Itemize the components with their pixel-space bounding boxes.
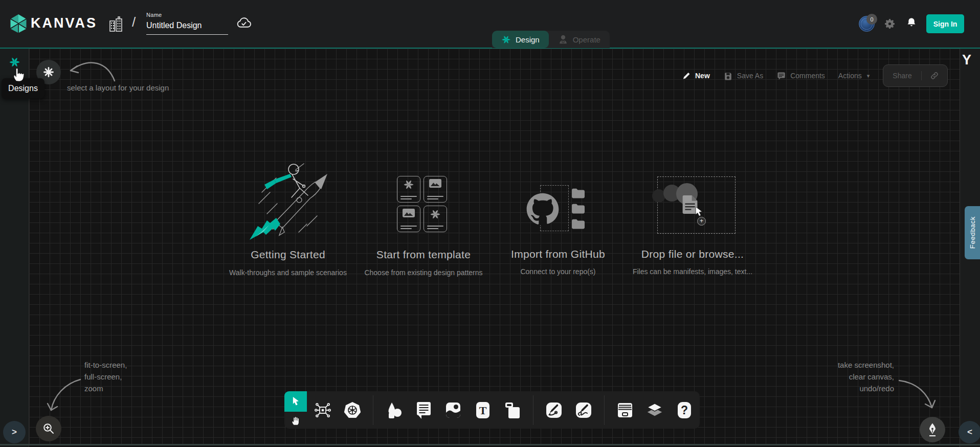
shapes-tool[interactable] xyxy=(385,399,403,421)
kubernetes-tool[interactable] xyxy=(343,399,362,421)
template-cards-illustration[interactable] xyxy=(397,176,448,232)
comment-icon xyxy=(776,71,786,81)
template-card xyxy=(424,206,447,232)
pen-nib-icon xyxy=(926,422,939,437)
pen-tool-icon xyxy=(545,400,563,420)
tab-operate-label: Operate xyxy=(573,35,600,44)
toolbar-divider xyxy=(533,395,533,425)
panel-collapse-button[interactable]: < xyxy=(959,421,980,443)
comment-bubble-icon xyxy=(414,400,433,420)
design-name-label: Name xyxy=(146,12,228,18)
github-mark-icon xyxy=(526,192,560,226)
drop-file-subtitle: Files can be manifests, images, text... xyxy=(600,267,785,276)
svg-text:T: T xyxy=(479,404,486,417)
screenshot-arrow xyxy=(894,375,941,413)
actions-dropdown[interactable]: Actions ▾ xyxy=(838,72,870,80)
folder-icon xyxy=(570,203,585,214)
component-tool[interactable] xyxy=(314,399,332,421)
left-sidebar xyxy=(0,48,29,447)
layout-asterisk-icon xyxy=(42,66,55,78)
notifications-bell-icon[interactable] xyxy=(906,17,917,31)
zoom-in-magnifier-icon xyxy=(42,422,55,435)
folder-icon xyxy=(570,187,585,199)
media-tool[interactable] xyxy=(444,399,462,421)
select-cursor-icon xyxy=(290,395,301,408)
zoom-hint-text: fit-to-screen, full-screen, zoom xyxy=(84,359,127,394)
svg-text:?: ? xyxy=(680,404,687,417)
mode-tabs: Design Operate xyxy=(492,31,610,48)
zoom-controls-button[interactable] xyxy=(36,416,61,441)
save-as-button[interactable]: Save As xyxy=(723,71,763,81)
chevron-right-icon: > xyxy=(12,427,17,437)
select-tool[interactable] xyxy=(284,391,307,412)
text-tool[interactable]: T xyxy=(474,399,492,421)
component-icon xyxy=(314,401,332,419)
canvas-tools-dock: T xyxy=(284,391,700,429)
astronaut-icon xyxy=(558,34,568,44)
screenshot-tools-button[interactable] xyxy=(920,417,945,442)
tab-design[interactable]: Design xyxy=(492,31,549,48)
template-card xyxy=(397,176,420,203)
layout-hint-text: select a layout for your design xyxy=(67,82,169,94)
comments-button[interactable]: Comments xyxy=(776,71,825,81)
new-button[interactable]: New xyxy=(682,71,710,80)
canvas-top-border xyxy=(0,48,980,49)
screenshot-hint-text: take screenshot, clear canvas, undo/redo xyxy=(787,359,894,394)
help-tool[interactable]: ? xyxy=(675,399,694,421)
chevron-left-icon: < xyxy=(967,427,972,437)
pencil-doodle-icon xyxy=(574,400,593,420)
template-card xyxy=(424,176,447,203)
drop-cursor-icon xyxy=(693,206,704,218)
help-icon: ? xyxy=(675,400,694,420)
rocket-illustration[interactable] xyxy=(247,161,338,243)
layers-tool[interactable] xyxy=(645,399,664,421)
pencil-new-icon xyxy=(682,71,691,80)
settings-gear-icon[interactable] xyxy=(884,18,896,32)
drawer-icon xyxy=(616,400,634,420)
pen-tool[interactable] xyxy=(545,399,563,421)
floppy-save-icon xyxy=(723,71,733,81)
design-name-group: Name xyxy=(146,12,228,35)
layers-icon xyxy=(645,400,664,420)
tab-design-label: Design xyxy=(516,35,540,44)
hand-cursor-icon xyxy=(11,65,25,84)
import-github-illustration[interactable] xyxy=(522,174,593,235)
pencil-tool[interactable] xyxy=(574,399,593,421)
kanvas-logo-icon[interactable] xyxy=(8,13,29,34)
sidebar-expand-button[interactable]: > xyxy=(3,421,26,443)
shapes-icon xyxy=(385,400,403,420)
pan-tool[interactable] xyxy=(284,412,307,429)
kanvas-app: KANVAS / Name xyxy=(0,0,980,447)
brand-wordmark: KANVAS xyxy=(31,15,97,31)
design-name-input[interactable] xyxy=(146,20,228,35)
right-panel-glyph: Y xyxy=(962,52,971,68)
template-card xyxy=(397,206,420,232)
app-header: KANVAS / Name xyxy=(0,0,980,48)
chevron-down-icon: ▾ xyxy=(867,73,870,79)
text-icon: T xyxy=(474,400,492,420)
plus-badge: + xyxy=(697,217,706,226)
folder-icon xyxy=(570,218,585,230)
kubernetes-icon xyxy=(343,400,362,420)
note-tool[interactable] xyxy=(503,399,522,421)
comment-tool[interactable] xyxy=(414,399,433,421)
sign-in-button[interactable]: Sign In xyxy=(926,14,964,33)
notification-badge: 0 xyxy=(866,14,877,25)
drop-file-zone[interactable]: + xyxy=(650,174,742,238)
design-actions-toolbar: New Save As Comments Actions ▾ Share xyxy=(682,64,948,87)
toolbar-divider xyxy=(604,395,605,425)
media-icon xyxy=(444,400,462,420)
cloud-sync-icon xyxy=(236,16,252,31)
organization-icon[interactable] xyxy=(108,15,124,35)
pan-hand-icon xyxy=(291,415,301,426)
link-icon[interactable] xyxy=(921,71,947,80)
breadcrumb-separator: / xyxy=(132,14,136,30)
feedback-tab[interactable]: Feedback xyxy=(965,206,980,259)
drawer-tool[interactable] xyxy=(616,399,634,421)
toolbar-divider xyxy=(373,395,373,425)
note-icon xyxy=(503,400,522,420)
canvas-bottom-border xyxy=(0,444,980,445)
share-button[interactable]: Share xyxy=(883,64,947,87)
tab-operate[interactable]: Operate xyxy=(549,31,610,48)
drop-file-option[interactable]: Drop file or browse... xyxy=(606,248,779,260)
